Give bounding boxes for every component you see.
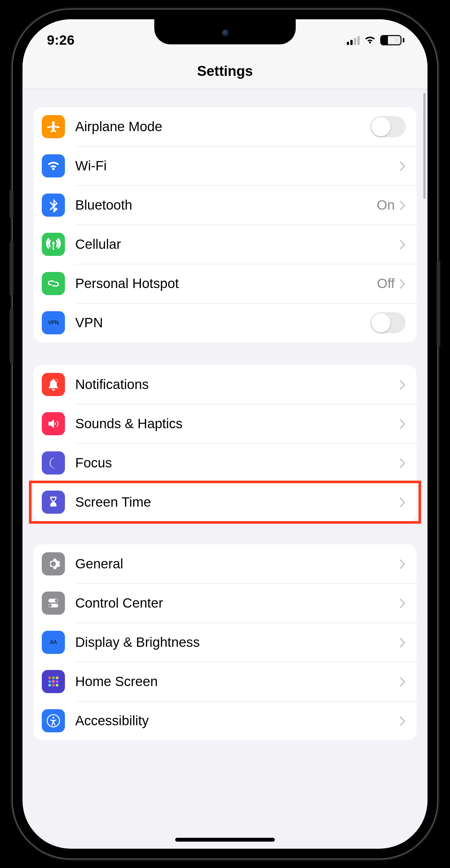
accessibility-icon xyxy=(42,709,65,732)
battery-percent: 35 xyxy=(381,36,400,44)
row-display-brightness[interactable]: AA Display & Brightness xyxy=(33,623,417,662)
row-personal-hotspot[interactable]: Personal Hotspot Off xyxy=(33,264,417,303)
row-label: General xyxy=(75,556,123,571)
switches-icon xyxy=(42,591,65,615)
moon-icon xyxy=(42,452,65,474)
row-cellular[interactable]: Cellular xyxy=(33,225,417,264)
row-label: Notifications xyxy=(75,377,149,392)
chevron-right-icon xyxy=(399,673,406,690)
row-focus[interactable]: Focus xyxy=(33,443,417,483)
row-sounds-haptics[interactable]: Sounds & Haptics xyxy=(33,404,417,443)
chevron-right-icon xyxy=(399,157,406,174)
svg-rect-10 xyxy=(52,680,55,683)
power-button xyxy=(437,260,440,347)
row-label: Display & Brightness xyxy=(75,634,200,650)
row-airplane-mode[interactable]: Airplane Mode xyxy=(33,107,417,146)
row-home-screen[interactable]: Home Screen xyxy=(33,662,417,701)
svg-point-1 xyxy=(55,380,58,382)
notch xyxy=(154,19,296,44)
row-label: Airplane Mode xyxy=(75,119,162,134)
svg-rect-14 xyxy=(56,684,59,687)
antenna-icon xyxy=(42,233,65,256)
chevron-right-icon xyxy=(399,595,406,612)
settings-group-connectivity: Airplane Mode Wi-Fi Bluetooth xyxy=(33,107,417,342)
row-notifications[interactable]: Notifications xyxy=(33,365,417,404)
text-size-icon: AA xyxy=(42,631,65,654)
speaker-icon xyxy=(42,412,65,435)
row-label: Accessibility xyxy=(75,713,149,728)
airplane-toggle[interactable] xyxy=(370,116,406,137)
svg-rect-13 xyxy=(52,684,55,687)
row-wifi[interactable]: Wi-Fi xyxy=(33,146,417,186)
chevron-right-icon xyxy=(399,455,406,471)
vpn-icon: VPN xyxy=(42,311,65,334)
cellular-signal-icon xyxy=(347,35,360,45)
settings-group-notifications: Notifications Sounds & Haptics xyxy=(33,365,417,522)
status-time: 9:26 xyxy=(47,32,74,48)
status-indicators: 35 xyxy=(347,35,404,45)
row-label: Wi-Fi xyxy=(75,158,107,174)
settings-list[interactable]: Airplane Mode Wi-Fi Bluetooth xyxy=(23,89,427,849)
row-detail: Off xyxy=(377,276,395,291)
row-detail: On xyxy=(377,197,395,213)
chevron-right-icon xyxy=(399,376,406,393)
chevron-right-icon xyxy=(399,275,406,292)
settings-group-general: General Control Center AA Display & Brig… xyxy=(33,544,417,740)
volume-up-button xyxy=(10,241,13,296)
vpn-toggle[interactable] xyxy=(370,312,406,333)
row-general[interactable]: General xyxy=(33,544,417,584)
row-label: Sounds & Haptics xyxy=(75,416,183,431)
svg-rect-11 xyxy=(56,680,59,683)
row-bluetooth[interactable]: Bluetooth On xyxy=(33,186,417,225)
scrollbar[interactable] xyxy=(423,93,425,199)
battery-indicator: 35 xyxy=(380,35,404,45)
row-label: Cellular xyxy=(75,237,121,252)
row-label: Home Screen xyxy=(75,674,158,689)
hourglass-icon xyxy=(42,491,65,514)
row-control-center[interactable]: Control Center xyxy=(33,584,417,623)
svg-point-5 xyxy=(49,604,52,607)
bell-icon xyxy=(42,373,65,396)
row-label: Bluetooth xyxy=(75,197,132,213)
svg-rect-8 xyxy=(56,677,59,679)
chevron-right-icon xyxy=(399,197,406,214)
row-label: Personal Hotspot xyxy=(75,276,179,291)
chevron-right-icon xyxy=(399,634,406,651)
home-indicator[interactable] xyxy=(175,838,275,842)
chevron-right-icon xyxy=(399,236,406,253)
airplane-icon xyxy=(42,115,65,138)
nav-bar: Settings xyxy=(23,52,427,89)
chevron-right-icon xyxy=(399,415,406,432)
row-vpn[interactable]: VPN VPN xyxy=(33,303,417,342)
gear-icon xyxy=(42,552,65,576)
row-label: Control Center xyxy=(75,595,163,611)
phone-frame: 9:26 35 Settings xyxy=(13,10,437,858)
row-label: Focus xyxy=(75,455,112,471)
svg-point-3 xyxy=(55,599,58,602)
svg-rect-12 xyxy=(49,684,51,687)
svg-rect-7 xyxy=(52,677,55,679)
volume-down-button xyxy=(10,309,13,363)
row-label: Screen Time xyxy=(75,494,151,510)
chevron-right-icon xyxy=(399,556,406,572)
wifi-icon xyxy=(364,36,376,45)
row-label: VPN xyxy=(75,315,103,331)
svg-rect-6 xyxy=(49,677,51,679)
bluetooth-icon xyxy=(42,193,65,217)
screen: 9:26 35 Settings xyxy=(23,19,427,849)
link-icon xyxy=(42,272,65,295)
chevron-right-icon xyxy=(399,712,406,729)
row-accessibility[interactable]: Accessibility xyxy=(33,701,417,740)
silence-switch xyxy=(10,190,13,219)
page-title: Settings xyxy=(23,63,427,79)
chevron-right-icon xyxy=(399,494,406,510)
svg-rect-9 xyxy=(49,680,51,683)
svg-point-16 xyxy=(53,717,54,719)
row-screen-time[interactable]: Screen Time xyxy=(33,483,417,522)
app-grid-icon xyxy=(42,670,65,693)
wifi-icon xyxy=(42,154,65,178)
